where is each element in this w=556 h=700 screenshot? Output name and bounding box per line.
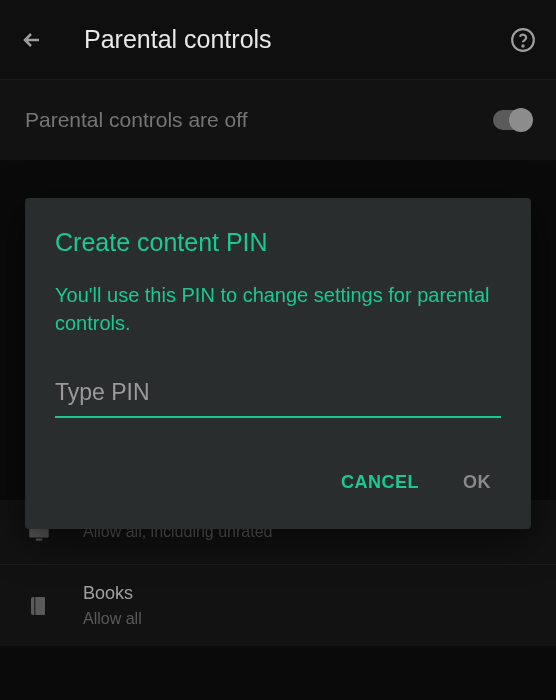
dialog-title: Create content PIN: [55, 228, 501, 257]
pin-input[interactable]: [55, 373, 501, 418]
create-pin-dialog: Create content PIN You'll use this PIN t…: [25, 198, 531, 529]
dialog-actions: CANCEL OK: [55, 466, 501, 499]
dialog-overlay: Create content PIN You'll use this PIN t…: [0, 0, 556, 700]
ok-button[interactable]: OK: [459, 466, 495, 499]
cancel-button[interactable]: CANCEL: [337, 466, 423, 499]
dialog-body: You'll use this PIN to change settings f…: [55, 281, 501, 337]
